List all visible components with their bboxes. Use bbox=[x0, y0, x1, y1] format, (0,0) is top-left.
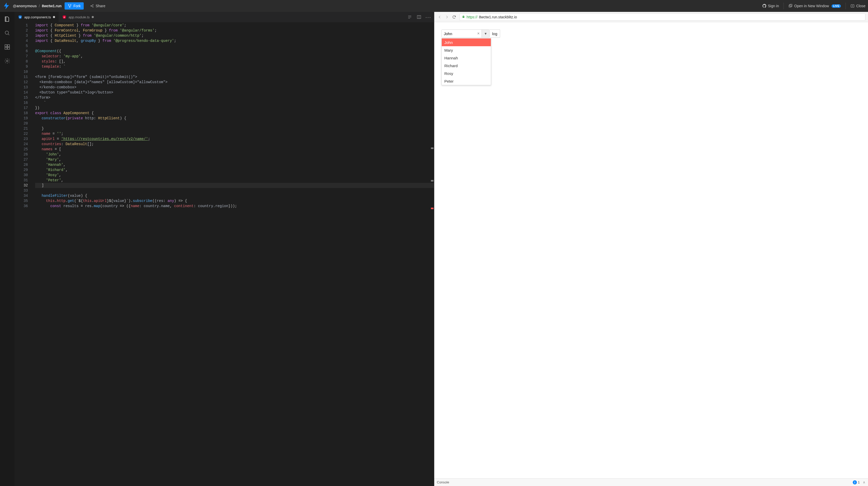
activity-bar bbox=[0, 12, 14, 486]
breadcrumb-user[interactable]: @anonymous bbox=[13, 4, 37, 8]
live-badge: LIVE bbox=[832, 4, 841, 8]
nav-reload-icon[interactable] bbox=[451, 14, 457, 20]
close-label: Close bbox=[856, 4, 865, 8]
svg-rect-9 bbox=[7, 45, 9, 47]
console-label: Console bbox=[437, 480, 449, 484]
tab-dirty-indicator-icon bbox=[92, 16, 94, 18]
angular-icon: A bbox=[18, 15, 22, 19]
combobox-input[interactable] bbox=[442, 30, 475, 37]
preview-nav bbox=[437, 14, 457, 20]
settings-icon[interactable] bbox=[4, 57, 11, 65]
breadcrumb-separator: / bbox=[39, 4, 40, 8]
close-button[interactable]: Close bbox=[850, 4, 865, 8]
svg-text:A: A bbox=[20, 16, 21, 18]
topbar-divider bbox=[845, 3, 846, 9]
svg-point-2 bbox=[93, 5, 94, 5]
editor-tab-bar: A app.component.ts A app.module.ts ··· bbox=[14, 12, 434, 22]
explorer-icon[interactable] bbox=[4, 15, 11, 23]
dropdown-item[interactable]: Rosy bbox=[442, 69, 491, 77]
svg-rect-6 bbox=[851, 5, 854, 7]
tab-app-component[interactable]: A app.component.ts bbox=[14, 12, 59, 22]
topbar-divider bbox=[783, 3, 784, 9]
topbar: @anonymous / 8wctw1.run Fork Share Sign … bbox=[0, 0, 868, 12]
lock-icon bbox=[462, 15, 465, 19]
svg-point-12 bbox=[6, 60, 8, 62]
external-window-icon bbox=[788, 4, 793, 8]
fork-button-label: Fork bbox=[73, 4, 81, 8]
preview-content: × ▾ John Mary Hannah Richard Rosy Peter … bbox=[434, 22, 868, 478]
console-info-count: 1 bbox=[858, 480, 860, 484]
combobox[interactable]: × ▾ bbox=[441, 29, 490, 38]
format-icon[interactable] bbox=[407, 14, 412, 20]
svg-rect-8 bbox=[5, 45, 7, 47]
split-editor-icon[interactable] bbox=[416, 14, 422, 20]
code-content[interactable]: import { Component } from '@angular/core… bbox=[33, 22, 434, 486]
tab-app-module[interactable]: A app.module.ts bbox=[59, 12, 97, 22]
dropdown-item[interactable]: Mary bbox=[442, 46, 491, 54]
url-scheme: https:// bbox=[467, 15, 477, 19]
combo-form: × ▾ John Mary Hannah Richard Rosy Peter … bbox=[441, 29, 500, 38]
overview-ruler bbox=[430, 22, 434, 486]
nav-forward-icon[interactable] bbox=[444, 14, 450, 20]
dropdown-item[interactable]: John bbox=[442, 38, 491, 46]
console-bar[interactable]: Console i 1 ∧ bbox=[434, 478, 868, 486]
breadcrumb-project[interactable]: 8wctw1.run bbox=[42, 4, 61, 8]
tab-dirty-indicator-icon bbox=[53, 16, 55, 18]
svg-rect-5 bbox=[790, 4, 792, 6]
editor-group: A app.component.ts A app.module.ts ··· 1… bbox=[14, 12, 434, 486]
fork-icon bbox=[68, 4, 72, 8]
ports-icon[interactable] bbox=[4, 43, 11, 51]
svg-rect-18 bbox=[463, 17, 464, 18]
signin-button[interactable]: Sign in bbox=[762, 4, 779, 8]
share-button-label: Share bbox=[96, 4, 105, 8]
dropdown-item[interactable]: Richard bbox=[442, 62, 491, 69]
combobox-toggle-icon[interactable]: ▾ bbox=[482, 30, 489, 37]
console-expand-icon[interactable]: ∧ bbox=[863, 480, 865, 484]
line-number-gutter: 1234567891011121314151617181920212223242… bbox=[14, 22, 33, 486]
svg-point-1 bbox=[91, 6, 91, 6]
share-icon bbox=[90, 4, 94, 8]
fork-button[interactable]: Fork bbox=[65, 2, 84, 9]
close-panel-icon bbox=[850, 4, 855, 8]
topbar-right: Sign in Open in New Window LIVE Close bbox=[762, 3, 865, 9]
dropdown-item[interactable]: Peter bbox=[442, 77, 491, 85]
nav-back-icon[interactable] bbox=[437, 14, 442, 20]
main-area: A app.component.ts A app.module.ts ··· 1… bbox=[0, 12, 868, 486]
combobox-clear-icon[interactable]: × bbox=[475, 30, 482, 37]
github-icon bbox=[762, 4, 767, 8]
url-host: 8wctw1.run.stackblitz.io bbox=[479, 15, 517, 19]
share-button[interactable]: Share bbox=[87, 2, 108, 9]
svg-rect-10 bbox=[5, 47, 7, 49]
combobox-dropdown: John Mary Hannah Richard Rosy Peter bbox=[441, 38, 491, 85]
preview-pane: https://8wctw1.run.stackblitz.io × ▾ Joh… bbox=[434, 12, 868, 486]
code-editor[interactable]: 1234567891011121314151617181920212223242… bbox=[14, 22, 434, 486]
search-icon[interactable] bbox=[4, 29, 11, 37]
svg-rect-4 bbox=[789, 5, 791, 7]
preview-address-bar[interactable]: https://8wctw1.run.stackblitz.io bbox=[460, 13, 865, 21]
angular-icon: A bbox=[62, 15, 66, 19]
tab-label: app.module.ts bbox=[68, 15, 90, 19]
info-badge-icon: i bbox=[853, 480, 857, 484]
open-new-window-button[interactable]: Open in New Window LIVE bbox=[788, 4, 841, 8]
open-new-window-label: Open in New Window bbox=[794, 4, 829, 8]
stackblitz-logo-icon[interactable] bbox=[3, 2, 10, 10]
tab-label: app.component.ts bbox=[24, 15, 51, 19]
log-button[interactable]: log bbox=[490, 29, 500, 38]
svg-marker-0 bbox=[4, 3, 9, 9]
svg-text:A: A bbox=[64, 16, 65, 18]
dropdown-item[interactable]: Hannah bbox=[442, 54, 491, 62]
more-actions-icon[interactable]: ··· bbox=[426, 14, 431, 20]
preview-toolbar: https://8wctw1.run.stackblitz.io bbox=[434, 12, 868, 22]
svg-rect-11 bbox=[7, 47, 9, 49]
signin-label: Sign in bbox=[768, 4, 779, 8]
svg-point-3 bbox=[93, 7, 94, 7]
tabbar-actions: ··· bbox=[407, 12, 434, 22]
